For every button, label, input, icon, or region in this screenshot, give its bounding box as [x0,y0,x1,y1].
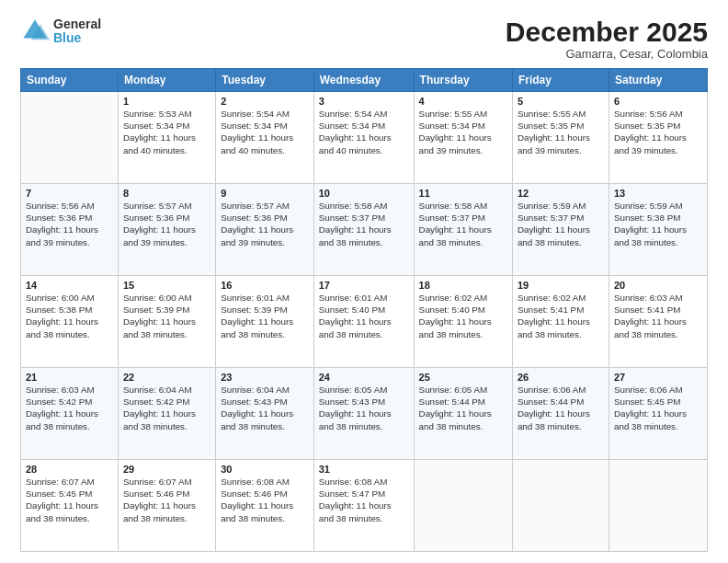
day-info: Sunrise: 5:55 AM Sunset: 5:34 PM Dayligh… [419,108,507,156]
calendar-cell [21,92,119,184]
day-info: Sunrise: 6:03 AM Sunset: 5:41 PM Dayligh… [614,292,702,340]
calendar-cell [609,460,707,552]
day-info: Sunrise: 5:53 AM Sunset: 5:34 PM Dayligh… [123,108,210,156]
header-sunday: Sunday [21,69,119,92]
day-number: 15 [123,280,210,291]
calendar-cell: 29Sunrise: 6:07 AM Sunset: 5:46 PM Dayli… [118,460,215,552]
calendar-cell [414,460,512,552]
day-number: 1 [123,96,210,107]
day-info: Sunrise: 6:06 AM Sunset: 5:44 PM Dayligh… [518,384,604,432]
day-info: Sunrise: 6:07 AM Sunset: 5:45 PM Dayligh… [26,476,113,524]
calendar-cell: 30Sunrise: 6:08 AM Sunset: 5:46 PM Dayli… [216,460,314,552]
day-number: 25 [419,372,507,383]
calendar-cell: 2Sunrise: 5:54 AM Sunset: 5:34 PM Daylig… [216,92,314,184]
calendar-cell: 6Sunrise: 5:56 AM Sunset: 5:35 PM Daylig… [609,92,707,184]
calendar-cell: 17Sunrise: 6:01 AM Sunset: 5:40 PM Dayli… [313,276,414,368]
calendar-cell: 23Sunrise: 6:04 AM Sunset: 5:43 PM Dayli… [216,368,314,460]
header-tuesday: Tuesday [216,69,314,92]
day-number: 4 [419,96,507,107]
day-number: 9 [221,188,309,199]
calendar-table: Sunday Monday Tuesday Wednesday Thursday… [20,68,708,552]
day-info: Sunrise: 5:57 AM Sunset: 5:36 PM Dayligh… [221,200,309,248]
header-monday: Monday [118,69,215,92]
calendar-cell: 4Sunrise: 5:55 AM Sunset: 5:34 PM Daylig… [414,92,512,184]
calendar-cell: 16Sunrise: 6:01 AM Sunset: 5:39 PM Dayli… [216,276,314,368]
title-block: December 2025 Gamarra, Cesar, Colombia [506,17,708,61]
calendar-cell: 31Sunrise: 6:08 AM Sunset: 5:47 PM Dayli… [313,460,414,552]
page: General Blue December 2025 Gamarra, Cesa… [0,0,728,563]
day-info: Sunrise: 6:00 AM Sunset: 5:38 PM Dayligh… [26,292,113,340]
day-number: 22 [123,372,210,383]
calendar-cell: 3Sunrise: 5:54 AM Sunset: 5:34 PM Daylig… [313,92,414,184]
day-info: Sunrise: 6:06 AM Sunset: 5:45 PM Dayligh… [614,384,702,432]
day-info: Sunrise: 5:55 AM Sunset: 5:35 PM Dayligh… [518,108,604,156]
calendar-cell [512,460,609,552]
day-number: 11 [419,188,507,199]
day-info: Sunrise: 5:54 AM Sunset: 5:34 PM Dayligh… [221,108,309,156]
calendar-cell: 25Sunrise: 6:05 AM Sunset: 5:44 PM Dayli… [414,368,512,460]
day-number: 30 [221,464,309,475]
calendar-cell: 14Sunrise: 6:00 AM Sunset: 5:38 PM Dayli… [21,276,119,368]
day-info: Sunrise: 5:59 AM Sunset: 5:38 PM Dayligh… [614,200,702,248]
day-info: Sunrise: 6:05 AM Sunset: 5:44 PM Dayligh… [419,384,507,432]
day-number: 6 [614,96,702,107]
day-number: 27 [614,372,702,383]
day-number: 5 [518,96,604,107]
calendar-cell: 9Sunrise: 5:57 AM Sunset: 5:36 PM Daylig… [216,184,314,276]
logo-text: General Blue [53,17,101,46]
day-info: Sunrise: 6:00 AM Sunset: 5:39 PM Dayligh… [123,292,210,340]
calendar-cell: 8Sunrise: 5:57 AM Sunset: 5:36 PM Daylig… [118,184,215,276]
day-number: 12 [518,188,604,199]
calendar-cell: 13Sunrise: 5:59 AM Sunset: 5:38 PM Dayli… [609,184,707,276]
header-wednesday: Wednesday [313,69,414,92]
calendar-cell: 10Sunrise: 5:58 AM Sunset: 5:37 PM Dayli… [313,184,414,276]
calendar-cell: 21Sunrise: 6:03 AM Sunset: 5:42 PM Dayli… [21,368,119,460]
calendar-cell: 11Sunrise: 5:58 AM Sunset: 5:37 PM Dayli… [414,184,512,276]
calendar-week-1: 7Sunrise: 5:56 AM Sunset: 5:36 PM Daylig… [21,184,708,276]
day-info: Sunrise: 6:02 AM Sunset: 5:40 PM Dayligh… [419,292,507,340]
calendar-cell: 24Sunrise: 6:05 AM Sunset: 5:43 PM Dayli… [313,368,414,460]
calendar-cell: 28Sunrise: 6:07 AM Sunset: 5:45 PM Dayli… [21,460,119,552]
day-number: 10 [319,188,409,199]
day-info: Sunrise: 6:05 AM Sunset: 5:43 PM Dayligh… [319,384,409,432]
day-info: Sunrise: 6:07 AM Sunset: 5:46 PM Dayligh… [123,476,210,524]
day-number: 23 [221,372,309,383]
day-info: Sunrise: 5:58 AM Sunset: 5:37 PM Dayligh… [419,200,507,248]
day-number: 21 [26,372,113,383]
logo: General Blue [20,17,101,46]
calendar-header-row: Sunday Monday Tuesday Wednesday Thursday… [21,69,708,92]
header-thursday: Thursday [414,69,512,92]
logo-blue-text: Blue [53,31,101,45]
day-number: 24 [319,372,409,383]
day-info: Sunrise: 6:02 AM Sunset: 5:41 PM Dayligh… [518,292,604,340]
calendar-cell: 12Sunrise: 5:59 AM Sunset: 5:37 PM Dayli… [512,184,609,276]
day-info: Sunrise: 5:58 AM Sunset: 5:37 PM Dayligh… [319,200,409,248]
day-info: Sunrise: 6:08 AM Sunset: 5:47 PM Dayligh… [319,476,409,524]
calendar-cell: 22Sunrise: 6:04 AM Sunset: 5:42 PM Dayli… [118,368,215,460]
day-number: 2 [221,96,309,107]
day-number: 13 [614,188,702,199]
calendar-cell: 26Sunrise: 6:06 AM Sunset: 5:44 PM Dayli… [512,368,609,460]
day-number: 8 [123,188,210,199]
day-info: Sunrise: 6:04 AM Sunset: 5:43 PM Dayligh… [221,384,309,432]
calendar-week-2: 14Sunrise: 6:00 AM Sunset: 5:38 PM Dayli… [21,276,708,368]
calendar-cell: 27Sunrise: 6:06 AM Sunset: 5:45 PM Dayli… [609,368,707,460]
day-info: Sunrise: 5:54 AM Sunset: 5:34 PM Dayligh… [319,108,409,156]
day-number: 31 [319,464,409,475]
logo-general-text: General [53,17,101,31]
calendar-cell: 18Sunrise: 6:02 AM Sunset: 5:40 PM Dayli… [414,276,512,368]
calendar-cell: 7Sunrise: 5:56 AM Sunset: 5:36 PM Daylig… [21,184,119,276]
calendar-week-4: 28Sunrise: 6:07 AM Sunset: 5:45 PM Dayli… [21,460,708,552]
day-number: 3 [319,96,409,107]
day-number: 28 [26,464,113,475]
header-friday: Friday [512,69,609,92]
header: General Blue December 2025 Gamarra, Cesa… [20,17,708,61]
calendar-cell: 20Sunrise: 6:03 AM Sunset: 5:41 PM Dayli… [609,276,707,368]
day-number: 20 [614,280,702,291]
calendar-cell: 5Sunrise: 5:55 AM Sunset: 5:35 PM Daylig… [512,92,609,184]
day-info: Sunrise: 6:01 AM Sunset: 5:39 PM Dayligh… [221,292,309,340]
day-number: 14 [26,280,113,291]
logo-icon [20,17,50,46]
day-info: Sunrise: 5:57 AM Sunset: 5:36 PM Dayligh… [123,200,210,248]
day-number: 17 [319,280,409,291]
